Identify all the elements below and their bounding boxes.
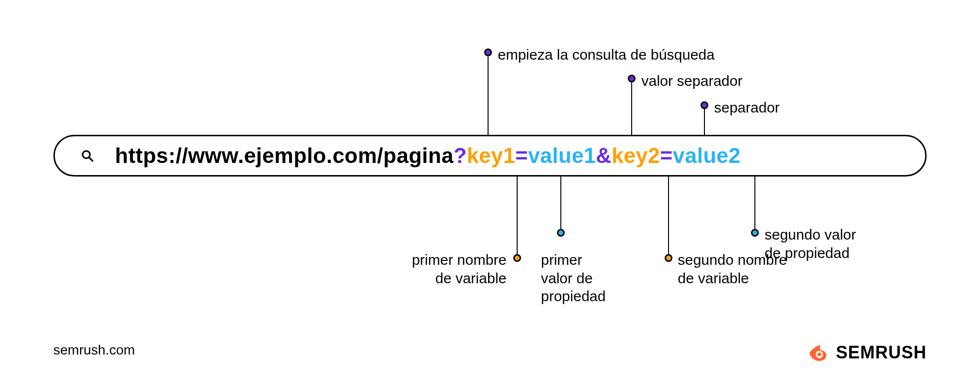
url-amp: & — [596, 144, 611, 167]
footer-brand: SEMRUSH — [807, 341, 927, 364]
connector-lines — [0, 0, 980, 387]
diagram-stage: https://www.ejemplo.com/pagina?key1=valu… — [0, 0, 980, 387]
brand-word: SEMRUSH — [836, 342, 927, 363]
url-key1: key1 — [467, 144, 515, 167]
dot-second-prop-val — [751, 229, 759, 237]
annotation-first-var-name-l1: primer nombre — [412, 252, 506, 268]
annotation-first-var-name: primer nombre de variable — [403, 251, 506, 287]
annotation-query-start: empieza la consulta de búsqueda — [498, 46, 715, 64]
dot-separator — [701, 101, 708, 109]
dot-first-prop-val — [557, 229, 565, 237]
annotation-second-var-name-l2: de variable — [678, 270, 749, 286]
url-qmark: ? — [454, 144, 467, 167]
annotation-first-prop-val-l3: propiedad — [541, 288, 605, 304]
url-val2: value2 — [673, 144, 741, 167]
annotation-second-prop-val-l1: segundo valor — [765, 226, 856, 242]
dot-first-var-name — [513, 254, 521, 262]
semrush-fire-icon — [807, 341, 829, 364]
url-key2: key2 — [612, 144, 660, 167]
annotation-first-var-name-l2: de variable — [435, 270, 506, 286]
url-eq2: = — [660, 144, 673, 167]
annotation-second-prop-val: segundo valor de propiedad — [765, 226, 856, 262]
url-val1: value1 — [528, 144, 596, 167]
annotation-second-prop-val-l2: de propiedad — [765, 245, 849, 261]
url-text: https://www.ejemplo.com/pagina?key1=valu… — [115, 145, 741, 166]
url-eq1: = — [515, 144, 528, 167]
footer-site: semrush.com — [53, 342, 135, 358]
annotation-value-separator: valor separador — [641, 72, 742, 90]
annotation-first-prop-val-l1: primer — [541, 252, 582, 268]
annotation-first-prop-val: primer valor de propiedad — [541, 251, 605, 306]
url-base: https://www.ejemplo.com/pagina — [115, 144, 454, 167]
url-bar: https://www.ejemplo.com/pagina?key1=valu… — [53, 135, 927, 177]
dot-query-start — [484, 48, 492, 56]
annotation-first-prop-val-l2: valor de — [541, 270, 593, 286]
search-icon — [81, 149, 94, 162]
dot-value-separator — [628, 75, 636, 82]
svg-point-10 — [817, 353, 821, 356]
annotation-separator: separador — [714, 98, 780, 117]
svg-line-8 — [89, 158, 93, 161]
dot-second-var-name — [665, 254, 672, 262]
